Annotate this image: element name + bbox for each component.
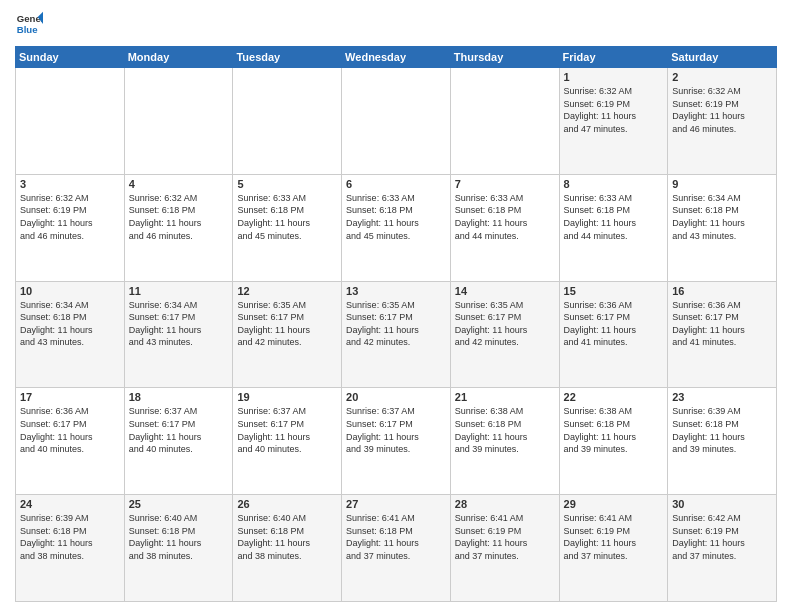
day-number: 30 xyxy=(672,498,772,510)
calendar-cell: 16Sunrise: 6:36 AM Sunset: 6:17 PM Dayli… xyxy=(668,281,777,388)
day-info: Sunrise: 6:37 AM Sunset: 6:17 PM Dayligh… xyxy=(129,405,229,455)
day-number: 15 xyxy=(564,285,664,297)
day-info: Sunrise: 6:33 AM Sunset: 6:18 PM Dayligh… xyxy=(346,192,446,242)
calendar-cell xyxy=(450,68,559,175)
day-number: 25 xyxy=(129,498,229,510)
day-number: 27 xyxy=(346,498,446,510)
day-info: Sunrise: 6:35 AM Sunset: 6:17 PM Dayligh… xyxy=(237,299,337,349)
calendar-cell: 24Sunrise: 6:39 AM Sunset: 6:18 PM Dayli… xyxy=(16,495,125,602)
day-number: 24 xyxy=(20,498,120,510)
calendar-cell: 2Sunrise: 6:32 AM Sunset: 6:19 PM Daylig… xyxy=(668,68,777,175)
svg-text:Blue: Blue xyxy=(17,24,38,35)
day-info: Sunrise: 6:34 AM Sunset: 6:17 PM Dayligh… xyxy=(129,299,229,349)
day-info: Sunrise: 6:34 AM Sunset: 6:18 PM Dayligh… xyxy=(20,299,120,349)
day-number: 17 xyxy=(20,391,120,403)
day-number: 8 xyxy=(564,178,664,190)
calendar-cell: 23Sunrise: 6:39 AM Sunset: 6:18 PM Dayli… xyxy=(668,388,777,495)
day-number: 10 xyxy=(20,285,120,297)
day-info: Sunrise: 6:35 AM Sunset: 6:17 PM Dayligh… xyxy=(346,299,446,349)
calendar-cell: 9Sunrise: 6:34 AM Sunset: 6:18 PM Daylig… xyxy=(668,174,777,281)
weekday-header-sunday: Sunday xyxy=(16,47,125,68)
calendar-cell: 14Sunrise: 6:35 AM Sunset: 6:17 PM Dayli… xyxy=(450,281,559,388)
day-info: Sunrise: 6:32 AM Sunset: 6:19 PM Dayligh… xyxy=(672,85,772,135)
day-number: 6 xyxy=(346,178,446,190)
day-number: 13 xyxy=(346,285,446,297)
day-number: 7 xyxy=(455,178,555,190)
day-number: 22 xyxy=(564,391,664,403)
day-info: Sunrise: 6:37 AM Sunset: 6:17 PM Dayligh… xyxy=(346,405,446,455)
calendar-cell: 21Sunrise: 6:38 AM Sunset: 6:18 PM Dayli… xyxy=(450,388,559,495)
calendar-cell: 27Sunrise: 6:41 AM Sunset: 6:18 PM Dayli… xyxy=(342,495,451,602)
day-info: Sunrise: 6:41 AM Sunset: 6:18 PM Dayligh… xyxy=(346,512,446,562)
day-info: Sunrise: 6:37 AM Sunset: 6:17 PM Dayligh… xyxy=(237,405,337,455)
day-number: 3 xyxy=(20,178,120,190)
day-info: Sunrise: 6:42 AM Sunset: 6:19 PM Dayligh… xyxy=(672,512,772,562)
calendar-cell xyxy=(16,68,125,175)
calendar-cell: 25Sunrise: 6:40 AM Sunset: 6:18 PM Dayli… xyxy=(124,495,233,602)
day-number: 23 xyxy=(672,391,772,403)
day-info: Sunrise: 6:32 AM Sunset: 6:19 PM Dayligh… xyxy=(20,192,120,242)
weekday-header-wednesday: Wednesday xyxy=(342,47,451,68)
page: General Blue SundayMondayTuesdayWednesda… xyxy=(0,0,792,612)
day-number: 21 xyxy=(455,391,555,403)
weekday-header-friday: Friday xyxy=(559,47,668,68)
calendar-cell: 15Sunrise: 6:36 AM Sunset: 6:17 PM Dayli… xyxy=(559,281,668,388)
day-number: 2 xyxy=(672,71,772,83)
week-row-2: 3Sunrise: 6:32 AM Sunset: 6:19 PM Daylig… xyxy=(16,174,777,281)
day-info: Sunrise: 6:32 AM Sunset: 6:19 PM Dayligh… xyxy=(564,85,664,135)
calendar-cell: 8Sunrise: 6:33 AM Sunset: 6:18 PM Daylig… xyxy=(559,174,668,281)
calendar-cell: 7Sunrise: 6:33 AM Sunset: 6:18 PM Daylig… xyxy=(450,174,559,281)
day-number: 12 xyxy=(237,285,337,297)
calendar-cell: 1Sunrise: 6:32 AM Sunset: 6:19 PM Daylig… xyxy=(559,68,668,175)
day-info: Sunrise: 6:33 AM Sunset: 6:18 PM Dayligh… xyxy=(564,192,664,242)
day-info: Sunrise: 6:41 AM Sunset: 6:19 PM Dayligh… xyxy=(455,512,555,562)
calendar-cell: 22Sunrise: 6:38 AM Sunset: 6:18 PM Dayli… xyxy=(559,388,668,495)
weekday-header-saturday: Saturday xyxy=(668,47,777,68)
calendar-cell: 5Sunrise: 6:33 AM Sunset: 6:18 PM Daylig… xyxy=(233,174,342,281)
day-number: 1 xyxy=(564,71,664,83)
calendar-cell: 18Sunrise: 6:37 AM Sunset: 6:17 PM Dayli… xyxy=(124,388,233,495)
calendar-cell: 28Sunrise: 6:41 AM Sunset: 6:19 PM Dayli… xyxy=(450,495,559,602)
day-info: Sunrise: 6:41 AM Sunset: 6:19 PM Dayligh… xyxy=(564,512,664,562)
day-info: Sunrise: 6:38 AM Sunset: 6:18 PM Dayligh… xyxy=(564,405,664,455)
day-info: Sunrise: 6:38 AM Sunset: 6:18 PM Dayligh… xyxy=(455,405,555,455)
weekday-header-monday: Monday xyxy=(124,47,233,68)
day-number: 9 xyxy=(672,178,772,190)
logo: General Blue xyxy=(15,10,43,38)
calendar-cell: 10Sunrise: 6:34 AM Sunset: 6:18 PM Dayli… xyxy=(16,281,125,388)
week-row-4: 17Sunrise: 6:36 AM Sunset: 6:17 PM Dayli… xyxy=(16,388,777,495)
calendar-table: SundayMondayTuesdayWednesdayThursdayFrid… xyxy=(15,46,777,602)
calendar-cell: 30Sunrise: 6:42 AM Sunset: 6:19 PM Dayli… xyxy=(668,495,777,602)
day-number: 11 xyxy=(129,285,229,297)
calendar-cell xyxy=(124,68,233,175)
calendar-cell: 13Sunrise: 6:35 AM Sunset: 6:17 PM Dayli… xyxy=(342,281,451,388)
day-info: Sunrise: 6:32 AM Sunset: 6:18 PM Dayligh… xyxy=(129,192,229,242)
calendar-cell: 4Sunrise: 6:32 AM Sunset: 6:18 PM Daylig… xyxy=(124,174,233,281)
day-number: 29 xyxy=(564,498,664,510)
calendar-cell: 11Sunrise: 6:34 AM Sunset: 6:17 PM Dayli… xyxy=(124,281,233,388)
day-info: Sunrise: 6:33 AM Sunset: 6:18 PM Dayligh… xyxy=(237,192,337,242)
weekday-header-tuesday: Tuesday xyxy=(233,47,342,68)
week-row-1: 1Sunrise: 6:32 AM Sunset: 6:19 PM Daylig… xyxy=(16,68,777,175)
day-info: Sunrise: 6:36 AM Sunset: 6:17 PM Dayligh… xyxy=(20,405,120,455)
day-info: Sunrise: 6:34 AM Sunset: 6:18 PM Dayligh… xyxy=(672,192,772,242)
calendar-cell: 20Sunrise: 6:37 AM Sunset: 6:17 PM Dayli… xyxy=(342,388,451,495)
day-info: Sunrise: 6:40 AM Sunset: 6:18 PM Dayligh… xyxy=(237,512,337,562)
day-number: 20 xyxy=(346,391,446,403)
week-row-3: 10Sunrise: 6:34 AM Sunset: 6:18 PM Dayli… xyxy=(16,281,777,388)
calendar-cell: 12Sunrise: 6:35 AM Sunset: 6:17 PM Dayli… xyxy=(233,281,342,388)
day-number: 5 xyxy=(237,178,337,190)
day-info: Sunrise: 6:39 AM Sunset: 6:18 PM Dayligh… xyxy=(20,512,120,562)
calendar-cell: 6Sunrise: 6:33 AM Sunset: 6:18 PM Daylig… xyxy=(342,174,451,281)
day-number: 16 xyxy=(672,285,772,297)
weekday-header-row: SundayMondayTuesdayWednesdayThursdayFrid… xyxy=(16,47,777,68)
calendar-cell: 3Sunrise: 6:32 AM Sunset: 6:19 PM Daylig… xyxy=(16,174,125,281)
calendar-cell xyxy=(342,68,451,175)
day-number: 28 xyxy=(455,498,555,510)
day-number: 26 xyxy=(237,498,337,510)
day-number: 14 xyxy=(455,285,555,297)
day-info: Sunrise: 6:35 AM Sunset: 6:17 PM Dayligh… xyxy=(455,299,555,349)
day-number: 19 xyxy=(237,391,337,403)
day-info: Sunrise: 6:36 AM Sunset: 6:17 PM Dayligh… xyxy=(672,299,772,349)
day-number: 4 xyxy=(129,178,229,190)
